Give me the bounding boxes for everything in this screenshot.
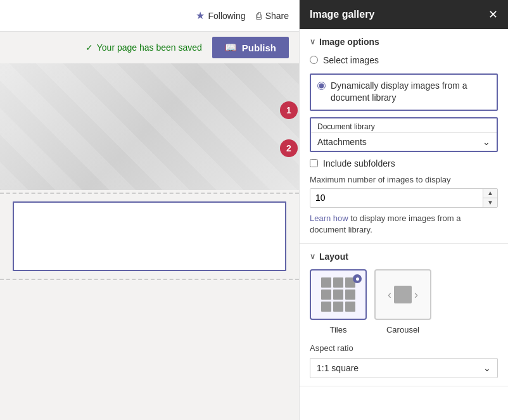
layout-header[interactable]: ∨ Layout	[310, 251, 498, 262]
chevron-icon: ∨	[310, 37, 315, 46]
aspect-ratio-container: Aspect ratio 1:1 square	[310, 343, 498, 378]
carousel-center	[394, 286, 412, 303]
tiles-label: Tiles	[330, 325, 347, 334]
include-subfolders-checkbox[interactable]	[310, 159, 318, 167]
close-button[interactable]: ✕	[488, 9, 498, 20]
dashed-separator-top	[0, 193, 299, 194]
carousel-icon: ‹ ›	[388, 286, 418, 303]
book-icon: 📖	[225, 42, 237, 53]
step-badge-2: 2	[280, 139, 298, 157]
tile-cell	[333, 277, 343, 288]
step-badge-1: 1	[280, 101, 298, 119]
right-panel: Image gallery ✕ ∨ Image options Select i…	[299, 0, 508, 420]
carousel-left-arrow: ‹	[388, 288, 391, 302]
tile-cell	[333, 302, 343, 312]
following-label: Following	[208, 11, 246, 21]
spinner-up-button[interactable]: ▲	[483, 189, 497, 198]
save-bar: ✓ Your page has been saved 📖 Publish	[0, 32, 299, 63]
dynamic-option-box: Dynamically display images from a docume…	[310, 73, 498, 111]
publish-label: Publish	[242, 42, 276, 53]
share-button[interactable]: ⎙ Share	[256, 10, 289, 21]
image-options-title: Image options	[319, 37, 379, 47]
tile-cell	[321, 290, 331, 300]
left-panel: ★ Following ⎙ Share ✓ Your page has been…	[0, 0, 299, 420]
carousel-right-arrow: ›	[414, 288, 418, 302]
number-spinner: ▲ ▼	[483, 189, 497, 207]
publish-button[interactable]: 📖 Publish	[212, 37, 289, 58]
aspect-ratio-select[interactable]: 1:1 square	[310, 359, 497, 378]
canvas-area	[0, 63, 299, 420]
layout-chevron-icon: ∨	[310, 252, 315, 261]
following-button[interactable]: ★ Following	[196, 10, 246, 22]
select-images-option[interactable]: Select images	[310, 54, 498, 67]
check-icon: ✓	[86, 42, 93, 53]
dynamic-option-inner[interactable]: Dynamically display images from a docume…	[317, 80, 490, 105]
document-library-label: Document library	[311, 118, 497, 132]
image-options-section: ∨ Image options Select images Dynamicall…	[300, 29, 508, 244]
tile-cell	[345, 302, 355, 312]
tile-cell	[321, 302, 331, 312]
select-images-label: Select images	[323, 54, 379, 67]
dynamic-images-radio[interactable]	[317, 82, 326, 90]
layout-section: ∨ Layout	[300, 244, 508, 386]
panel-header: Image gallery ✕	[300, 0, 508, 29]
learn-how-link[interactable]: Learn how	[310, 213, 348, 223]
top-bar-actions: ★ Following ⎙ Share	[196, 10, 289, 22]
image-placeholder	[13, 201, 286, 271]
tile-cell	[321, 277, 331, 288]
saved-text: Your page has been saved	[97, 42, 202, 53]
dashed-separator-bottom	[0, 279, 299, 280]
tiles-layout-option[interactable]: Tiles	[310, 269, 367, 334]
max-images-input[interactable]	[310, 189, 483, 207]
panel-title: Image gallery	[310, 9, 374, 20]
canvas-background	[0, 63, 299, 190]
tiles-icon-box[interactable]	[310, 269, 367, 320]
max-images-input-wrapper: ▲ ▼	[310, 188, 498, 208]
attachments-select-wrapper: Attachments	[311, 132, 497, 151]
share-label: Share	[265, 11, 289, 21]
carousel-label: Carousel	[386, 325, 419, 334]
include-subfolders-label: Include subfolders	[323, 158, 395, 169]
share-icon: ⎙	[256, 10, 262, 21]
carousel-icon-box[interactable]: ‹ ›	[374, 269, 431, 320]
select-images-radio[interactable]	[310, 56, 318, 64]
document-library-select[interactable]: Attachments	[311, 133, 497, 151]
aspect-ratio-select-wrapper: 1:1 square	[310, 358, 498, 378]
document-library-section: Document library Attachments	[310, 117, 498, 152]
carousel-layout-option[interactable]: ‹ › Carousel	[374, 269, 431, 334]
saved-message: ✓ Your page has been saved	[86, 42, 202, 53]
include-subfolders-row[interactable]: Include subfolders	[310, 158, 498, 169]
layout-title: Layout	[319, 251, 348, 262]
tile-cell	[333, 290, 343, 300]
tiles-grid-icon	[321, 277, 355, 312]
star-icon: ★	[196, 10, 205, 22]
dynamic-images-label: Dynamically display images from a docume…	[331, 80, 490, 105]
image-options-header[interactable]: ∨ Image options	[310, 37, 498, 47]
tile-cell	[345, 290, 355, 300]
tiles-selected-dot	[353, 274, 362, 283]
layout-options: Tiles ‹ › Carousel	[310, 269, 498, 334]
aspect-ratio-label: Aspect ratio	[310, 343, 498, 353]
spinner-down-button[interactable]: ▼	[483, 198, 497, 207]
max-images-label: Maximum number of images to display	[310, 175, 498, 184]
top-bar: ★ Following ⎙ Share	[0, 0, 299, 32]
learn-how-text: Learn how to display more images from a …	[310, 213, 498, 236]
